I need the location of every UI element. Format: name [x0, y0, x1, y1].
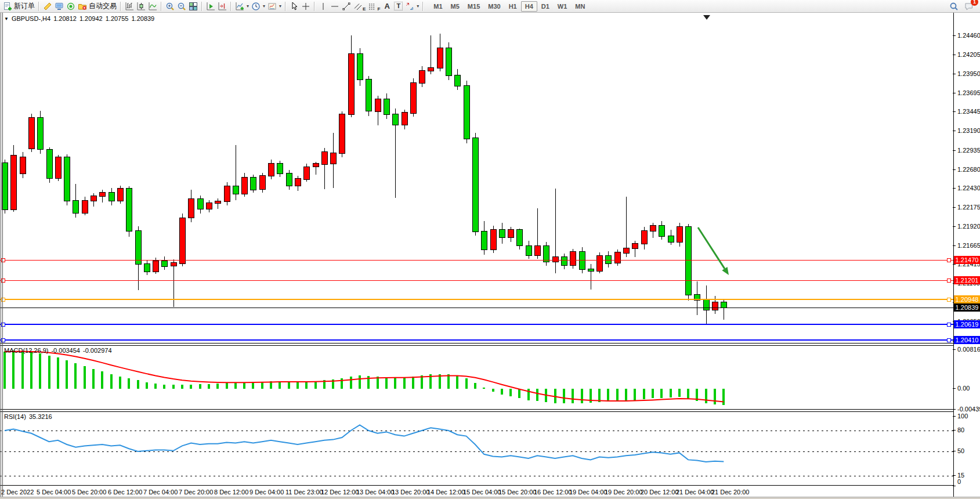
- text-icon: A: [382, 2, 392, 10]
- chart-shift-icon: [218, 2, 227, 11]
- candle-chart-button[interactable]: [135, 1, 147, 12]
- rsi-pane[interactable]: RSI(14) 35.3216: [0, 411, 953, 486]
- templates-icon: [267, 2, 277, 11]
- text-button[interactable]: A: [381, 1, 393, 12]
- toolbar-separator: [285, 2, 286, 11]
- time-axis-label: 7 Dec 20:00: [179, 489, 213, 496]
- metaeditor-button[interactable]: [42, 1, 53, 12]
- time-axis-label: 20 Dec 12:00: [641, 489, 678, 496]
- tile-windows-button[interactable]: [187, 1, 199, 12]
- arrows-icon: [405, 2, 414, 11]
- macd-main-value: -0.003454: [51, 347, 80, 354]
- signals-icon: [66, 2, 75, 11]
- channel-button[interactable]: E: [352, 1, 367, 12]
- timeframe-h1-button[interactable]: H1: [505, 1, 521, 12]
- time-axis-label: 6 Dec 12:00: [108, 489, 142, 496]
- zoom-in-button[interactable]: [164, 1, 176, 12]
- metaeditor-icon: [43, 2, 52, 11]
- time-axis-label: 15 Dec 20:00: [498, 489, 536, 496]
- time-axis-label: 15 Dec 04:00: [463, 489, 501, 496]
- crosshair-icon: [301, 2, 310, 11]
- timeframe-m15-button[interactable]: M15: [464, 1, 484, 12]
- horizontal-line-button[interactable]: [329, 1, 341, 12]
- line-chart-button[interactable]: [147, 1, 158, 12]
- timeframe-d1-button[interactable]: D1: [537, 1, 554, 12]
- horizontal-line-icon: [330, 2, 339, 11]
- indicators-button[interactable]: ▾: [234, 1, 250, 12]
- window-bottom-edge: [0, 497, 980, 499]
- search-button[interactable]: [948, 1, 960, 12]
- time-axis-label: 19 Dec 20:00: [605, 489, 642, 496]
- macd-pane[interactable]: MACD(12,26,9) -0.003454 -0.002974: [0, 345, 953, 410]
- symbol-dropdown-icon[interactable]: ▼: [4, 16, 9, 21]
- text-label-button[interactable]: T: [393, 1, 404, 12]
- templates-dropdown-icon[interactable]: ▾: [279, 3, 281, 9]
- channel-icon: [353, 2, 363, 11]
- timeframe-m5-button[interactable]: M5: [447, 1, 464, 12]
- terminal-button[interactable]: [53, 1, 65, 12]
- chart-shift-button[interactable]: [216, 1, 228, 12]
- trendline-icon: [342, 2, 351, 11]
- signals-button[interactable]: [65, 1, 77, 12]
- mt4-window: 新订单自动交易▾▾▾EFAT▾M1M5M15M30H1H4D1W1MN1 ▼ G…: [0, 0, 980, 499]
- templates-button[interactable]: ▾: [266, 1, 283, 12]
- crosshair-button[interactable]: [300, 1, 312, 12]
- autotrading-icon: [78, 2, 87, 11]
- new-order-button[interactable]: 新订单: [2, 1, 36, 12]
- time-axis-label: 21 Dec 04:00: [676, 489, 714, 496]
- time-axis[interactable]: 2 Dec 20225 Dec 04:005 Dec 20:006 Dec 12…: [0, 486, 953, 497]
- text-label-icon: T: [394, 2, 403, 10]
- chart-header: ▼ GBPUSD-,H4 1.20812 1.20942 1.20755 1.2…: [4, 15, 154, 22]
- fibonacci-button[interactable]: F: [367, 1, 381, 12]
- trendline-button[interactable]: [341, 1, 352, 12]
- macd-signal-value: -0.002974: [83, 347, 112, 354]
- indicators-dropdown-icon[interactable]: ▾: [247, 3, 249, 9]
- cursor-button[interactable]: [288, 1, 300, 12]
- time-axis-label: 16 Dec 12:00: [534, 489, 572, 496]
- price-axis[interactable]: [953, 13, 980, 497]
- periods-button[interactable]: ▾: [250, 1, 266, 12]
- time-axis-label: 9 Dec 04:00: [249, 489, 284, 496]
- time-axis-label: 13 Dec 20:00: [392, 489, 429, 496]
- zoom-out-button[interactable]: [176, 1, 187, 12]
- tile-windows-icon: [189, 2, 198, 11]
- time-axis-label: 12 Dec 12:00: [321, 489, 359, 496]
- arrows-dropdown-icon[interactable]: ▾: [417, 3, 419, 9]
- time-axis-label: 5 Dec 20:00: [72, 489, 106, 496]
- new-order-label: 新订单: [14, 1, 35, 11]
- toolbar-separator: [201, 2, 202, 11]
- periods-dropdown-icon[interactable]: ▾: [263, 3, 265, 9]
- toolbar-separator: [161, 2, 162, 11]
- timeframe-cluster: M1M5M15M30H1H4D1W1MN: [429, 1, 589, 12]
- toolbar-separator: [314, 2, 315, 11]
- macd-title: MACD(12,26,9): [4, 347, 48, 354]
- arrow-svg: [0, 13, 953, 343]
- bar-open-value: 1.20812: [53, 15, 77, 22]
- timeframe-mn-button[interactable]: MN: [571, 1, 589, 12]
- toolbar-right: 1: [948, 1, 978, 12]
- time-axis-label: 7 Dec 04:00: [143, 489, 178, 496]
- search-icon: [949, 2, 959, 11]
- time-axis-label: 13 Dec 04:00: [356, 489, 394, 496]
- symbol-period-label: GBPUSD-,H4: [12, 15, 50, 22]
- auto-scroll-button[interactable]: [205, 1, 216, 12]
- bar-chart-button[interactable]: [124, 1, 135, 12]
- notifications-button[interactable]: 1: [963, 1, 975, 12]
- autotrading-button[interactable]: 自动交易: [77, 1, 118, 12]
- timeframe-h4-button[interactable]: H4: [521, 1, 537, 12]
- vertical-line-icon: [319, 2, 328, 11]
- pane-left-edge: [2, 13, 3, 497]
- cursor-icon: [290, 2, 299, 11]
- vertical-line-button[interactable]: [317, 1, 329, 12]
- main-chart-pane[interactable]: ▼ GBPUSD-,H4 1.20812 1.20942 1.20755 1.2…: [0, 13, 953, 343]
- timeframe-m30-button[interactable]: M30: [484, 1, 504, 12]
- timeframe-m1-button[interactable]: M1: [429, 1, 446, 12]
- line-chart-icon: [148, 2, 157, 11]
- arrows-button[interactable]: ▾: [404, 1, 420, 12]
- rsi-value: 35.3216: [29, 413, 52, 420]
- timeframe-w1-button[interactable]: W1: [554, 1, 572, 12]
- chart-shift-marker[interactable]: [703, 15, 710, 20]
- bar-chart-icon: [125, 2, 134, 11]
- time-axis-label: 14 Dec 12:00: [427, 489, 465, 496]
- indicators-icon: [235, 2, 244, 11]
